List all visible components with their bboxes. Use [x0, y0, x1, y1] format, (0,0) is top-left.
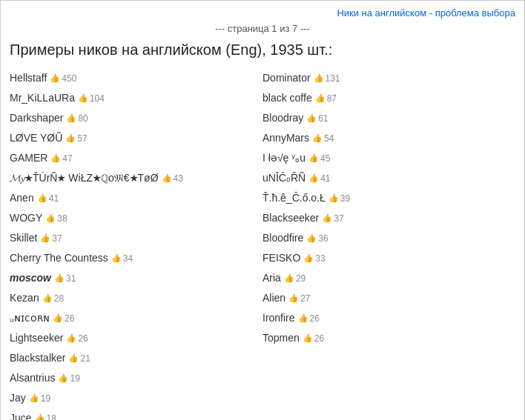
nick-name[interactable]: LØVE YØŨ: [10, 130, 62, 146]
count-value: 80: [78, 112, 88, 125]
count-value: 43: [174, 172, 183, 185]
nick-count: 👍26: [298, 312, 320, 325]
count-value: 19: [41, 392, 50, 405]
thumbs-up-icon: 👍: [162, 172, 172, 184]
count-value: 37: [334, 212, 343, 225]
count-value: 31: [66, 272, 76, 285]
nick-count: 👍33: [303, 252, 325, 265]
nick-name[interactable]: Jay: [10, 390, 26, 406]
nick-count: 👍19: [29, 392, 50, 405]
nick-name[interactable]: Kezan: [10, 290, 39, 306]
count-value: 41: [320, 172, 330, 185]
thumbs-up-icon: 👍: [315, 92, 326, 104]
thumbs-up-icon: 👍: [37, 192, 47, 204]
nick-name[interactable]: Ironfire: [262, 310, 295, 326]
nick-name[interactable]: WOGY: [10, 210, 42, 226]
list-item: Aria👍29: [262, 269, 515, 287]
list-item: Cherry The Countess👍34: [10, 249, 262, 267]
nick-name[interactable]: Bloodfire: [262, 230, 303, 246]
nick-count: 👍54: [312, 132, 334, 145]
nick-name[interactable]: uNÎĈ₀ŘÑ: [262, 170, 306, 186]
nick-name[interactable]: Alien: [262, 290, 285, 306]
thumbs-up-icon: 👍: [298, 312, 308, 324]
count-value: 45: [320, 152, 330, 165]
nick-name[interactable]: moscow: [10, 270, 51, 286]
list-item: Hellstaff👍450: [10, 69, 262, 87]
nick-name[interactable]: 𝓜𝔂★ŤÚrÑ★ WiŁZ★ℚo𝔐€★TøØ: [10, 170, 159, 186]
thumbs-up-icon: 👍: [288, 292, 299, 304]
nick-count: 👍37: [322, 212, 343, 225]
thumbs-up-icon: 👍: [29, 392, 39, 404]
nick-count: 👍31: [54, 272, 76, 285]
nick-count: 👍47: [50, 152, 72, 165]
thumbs-up-icon: 👍: [68, 352, 79, 364]
top-link-container: Ники на английском - проблема выбора: [10, 7, 515, 19]
nick-count: 👍27: [288, 292, 310, 305]
count-value: 41: [49, 192, 59, 205]
list-item: Dominator👍131: [262, 69, 515, 87]
count-value: 26: [65, 312, 74, 325]
nick-name[interactable]: Hellstaff: [10, 70, 47, 86]
nick-count: 👍18: [35, 412, 56, 421]
nick-name[interactable]: Bloodray: [262, 110, 303, 126]
thumbs-up-icon: 👍: [328, 192, 339, 204]
count-value: 131: [326, 72, 340, 85]
nick-count: 👍26: [53, 312, 74, 325]
nick-name[interactable]: FEISKO: [262, 250, 300, 266]
list-item: I łə√ę ʸₒu👍45: [262, 149, 515, 167]
nick-count: 👍37: [40, 232, 62, 245]
count-value: 57: [77, 132, 87, 145]
nick-name[interactable]: Ť.ħ.ê_Ĉ.ő.o.Ł: [262, 190, 326, 206]
list-item: Blackseeker👍37: [262, 209, 515, 227]
nick-name[interactable]: Mr_KiLLaURa: [10, 90, 75, 106]
thumbs-up-icon: 👍: [306, 112, 317, 124]
list-item: Bloodfire👍36: [262, 229, 515, 247]
list-item: Alsantrius👍19: [10, 369, 262, 387]
nick-name[interactable]: Dominator: [262, 70, 311, 86]
count-value: 29: [296, 272, 306, 285]
nick-name[interactable]: GAMER: [10, 150, 47, 166]
nick-name[interactable]: Darkshaper: [10, 110, 63, 126]
nick-name[interactable]: Blackseeker: [262, 210, 319, 226]
list-item: ᵤɴɪᴄᴏʀɴ👍26: [10, 309, 262, 327]
nick-name[interactable]: Anen: [10, 190, 34, 206]
page-navigation: --- страница 1 из 7 ---: [10, 23, 515, 34]
count-value: 61: [318, 112, 328, 125]
nick-name[interactable]: Alsantrius: [10, 370, 55, 386]
nick-name[interactable]: Cherry The Countess: [10, 250, 108, 266]
nick-count: 👍21: [68, 352, 90, 365]
thumbs-up-icon: 👍: [40, 232, 50, 244]
nick-name[interactable]: AnnyMars: [262, 130, 309, 146]
thumbs-up-icon: 👍: [50, 72, 60, 84]
count-value: 26: [314, 332, 324, 345]
thumbs-up-icon: 👍: [54, 272, 65, 284]
nick-count: 👍39: [328, 192, 350, 205]
list-item: uNÎĈ₀ŘÑ👍41: [262, 169, 515, 187]
thumbs-up-icon: 👍: [50, 152, 61, 164]
nick-name[interactable]: Blackstalker: [10, 350, 65, 366]
list-item: Anen👍41: [10, 189, 262, 207]
list-item: Mr_KiLLaURa👍104: [10, 89, 262, 107]
nick-name[interactable]: Skillet: [10, 230, 37, 246]
nick-name[interactable]: Juce: [10, 410, 32, 420]
nick-count: 👍41: [37, 192, 59, 205]
nick-name[interactable]: Aria: [262, 270, 281, 286]
nick-name[interactable]: ᵤɴɪᴄᴏʀɴ: [10, 310, 50, 326]
nick-name[interactable]: Topmen: [262, 330, 300, 346]
count-value: 87: [327, 92, 337, 105]
list-item: moscow👍31: [10, 269, 262, 287]
thumbs-up-icon: 👍: [35, 412, 45, 420]
nick-count: 👍80: [66, 112, 88, 125]
nick-count: 👍45: [308, 152, 330, 165]
thumbs-up-icon: 👍: [314, 72, 324, 84]
nick-name[interactable]: black coffe: [262, 90, 312, 106]
list-item: Kezan👍28: [10, 289, 262, 307]
thumbs-up-icon: 👍: [53, 312, 63, 324]
top-link[interactable]: Ники на английском - проблема выбора: [337, 7, 515, 19]
nick-count: 👍61: [306, 112, 328, 125]
nick-name[interactable]: Lightseeker: [10, 330, 63, 346]
right-column: Dominator👍131black coffe👍87Bloodray👍61An…: [262, 69, 515, 420]
nick-name[interactable]: I łə√ę ʸₒu: [262, 150, 306, 166]
list-item: WOGY👍38: [10, 209, 262, 227]
thumbs-up-icon: 👍: [66, 112, 76, 124]
